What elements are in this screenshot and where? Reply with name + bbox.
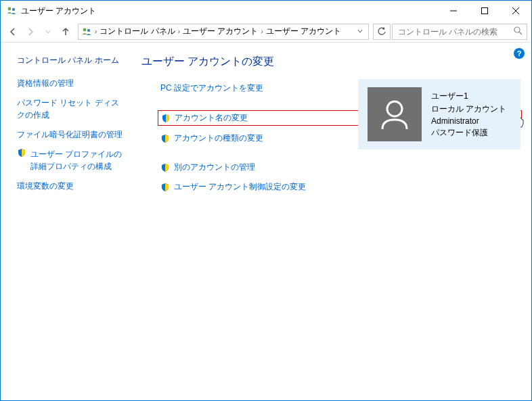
shield-icon <box>161 114 171 123</box>
breadcrumb-user-accounts[interactable]: ユーザー アカウント <box>266 26 341 37</box>
account-type: ローカル アカウント <box>431 103 506 115</box>
manage-other-accounts-link[interactable]: 別のアカウントの管理 <box>158 160 522 174</box>
sidebar-link-label: ファイル暗号化証明書の管理 <box>17 128 127 141</box>
help-icon[interactable]: ? <box>514 48 525 59</box>
sidebar-credentials-link[interactable]: 資格情報の管理 <box>17 77 127 89</box>
sidebar-env-vars-link[interactable]: 環境変数の変更 <box>17 180 127 192</box>
maximize-button[interactable] <box>469 1 500 21</box>
shield-icon <box>17 148 26 158</box>
address-dropdown[interactable] <box>355 28 365 35</box>
content-area: ? コントロール パネル ホーム 資格情報の管理 パスワード リセット ディスク… <box>1 43 531 400</box>
sidebar-link-label: 環境変数の変更 <box>17 180 127 192</box>
recent-dropdown[interactable] <box>40 24 56 40</box>
svg-point-8 <box>514 27 520 32</box>
user-accounts-icon <box>81 26 92 37</box>
sidebar-link-label: ユーザー プロファイルの詳細プロパティの構成 <box>30 148 127 172</box>
sidebar-link-label: 資格情報の管理 <box>17 77 127 89</box>
svg-rect-3 <box>482 8 488 14</box>
shield-icon <box>160 183 170 192</box>
sidebar-home-link[interactable]: コントロール パネル ホーム <box>17 55 127 66</box>
search-box[interactable] <box>392 24 527 40</box>
window-title: ユーザー アカウント <box>21 5 96 17</box>
refresh-button[interactable] <box>373 24 391 40</box>
account-info: ユーザー1 ローカル アカウント Administrator パスワード保護 <box>431 87 506 141</box>
svg-point-10 <box>387 101 402 116</box>
account-protection: パスワード保護 <box>431 127 506 139</box>
svg-point-0 <box>8 7 12 11</box>
action-link-label: ユーザー アカウント制御設定の変更 <box>174 181 306 193</box>
page-heading: ユーザー アカウントの変更 <box>141 55 522 69</box>
window-controls <box>438 1 531 21</box>
sidebar-encryption-cert-link[interactable]: ファイル暗号化証明書の管理 <box>17 128 127 141</box>
up-button[interactable] <box>58 24 74 40</box>
svg-point-7 <box>87 28 90 31</box>
action-link-label: アカウント名の変更 <box>175 112 248 124</box>
breadcrumb-label: ユーザー アカウント <box>183 26 258 37</box>
breadcrumb-control-panel[interactable]: コントロール パネル › <box>99 26 180 37</box>
account-card: ユーザー1 ローカル アカウント Administrator パスワード保護 <box>358 79 520 149</box>
chevron-right-icon: › <box>261 28 263 35</box>
close-button[interactable] <box>500 1 531 21</box>
minimize-button[interactable] <box>438 1 469 21</box>
search-icon[interactable] <box>514 26 523 37</box>
account-role: Administrator <box>431 116 506 126</box>
action-group-3: 別のアカウントの管理 ユーザー アカウント制御設定の変更 <box>158 160 522 194</box>
user-accounts-icon <box>6 5 17 16</box>
sidebar-reset-disk-link[interactable]: パスワード リセット ディスクの作成 <box>17 97 127 121</box>
action-link-label: アカウントの種類の変更 <box>174 133 263 144</box>
action-link-label: PC 設定でアカウントを変更 <box>160 82 263 94</box>
address-bar[interactable]: › コントロール パネル › ユーザー アカウント › ユーザー アカウント <box>78 24 369 40</box>
titlebar: ユーザー アカウント <box>1 1 531 21</box>
breadcrumb-label: コントロール パネル <box>99 26 175 37</box>
sidebar-link-label: パスワード リセット ディスクの作成 <box>17 97 127 121</box>
account-name: ユーザー1 <box>431 91 506 102</box>
svg-point-1 <box>12 8 15 11</box>
shield-icon <box>160 163 170 172</box>
chevron-right-icon[interactable]: › <box>95 28 97 35</box>
chevron-right-icon: › <box>178 28 180 35</box>
forward-button[interactable] <box>22 24 39 40</box>
action-link-label: 別のアカウントの管理 <box>174 162 255 173</box>
sidebar: コントロール パネル ホーム 資格情報の管理 パスワード リセット ディスクの作… <box>1 43 136 400</box>
main-panel: ユーザー アカウントの変更 PC 設定でアカウントを変更 アカウント名の変更 <box>136 43 531 400</box>
uac-settings-link[interactable]: ユーザー アカウント制御設定の変更 <box>158 180 522 194</box>
navbar: › コントロール パネル › ユーザー アカウント › ユーザー アカウント <box>1 21 531 43</box>
avatar <box>368 87 422 141</box>
search-input[interactable] <box>397 26 514 37</box>
svg-point-6 <box>83 28 87 31</box>
shield-icon <box>160 134 170 143</box>
breadcrumb-user-accounts-category[interactable]: ユーザー アカウント › <box>183 26 263 37</box>
sidebar-profile-props-link[interactable]: ユーザー プロファイルの詳細プロパティの構成 <box>17 148 127 172</box>
breadcrumb-label: ユーザー アカウント <box>266 26 341 37</box>
svg-line-9 <box>519 32 522 34</box>
back-button[interactable] <box>5 24 21 40</box>
